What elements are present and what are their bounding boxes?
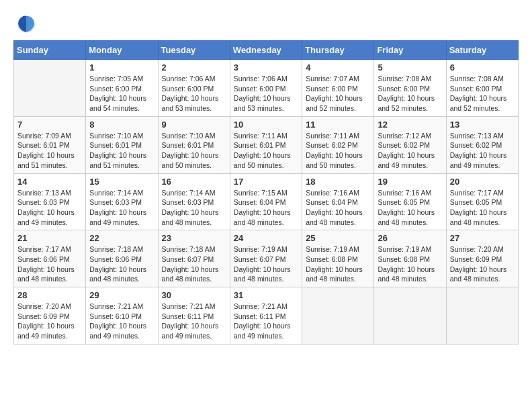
- day-info: Sunrise: 7:13 AMSunset: 6:03 PMDaylight:…: [17, 188, 82, 228]
- day-number: 9: [162, 120, 226, 130]
- calendar-cell: 26Sunrise: 7:19 AMSunset: 6:08 PMDayligh…: [374, 230, 446, 287]
- day-number: 13: [450, 120, 515, 130]
- day-info: Sunrise: 7:05 AMSunset: 6:00 PMDaylight:…: [89, 74, 154, 113]
- day-number: 28: [17, 290, 82, 300]
- day-number: 4: [306, 62, 370, 73]
- weekday-header: Tuesday: [158, 41, 230, 60]
- day-info: Sunrise: 7:20 AMSunset: 6:09 PMDaylight:…: [450, 244, 515, 284]
- calendar-cell: 17Sunrise: 7:15 AMSunset: 6:04 PMDayligh…: [230, 173, 302, 230]
- day-number: 3: [234, 62, 298, 73]
- day-number: 15: [89, 177, 154, 187]
- calendar-cell: [14, 60, 86, 117]
- calendar-cell: 15Sunrise: 7:14 AMSunset: 6:03 PMDayligh…: [86, 173, 158, 230]
- day-number: 26: [378, 233, 442, 243]
- calendar-cell: 7Sunrise: 7:09 AMSunset: 6:01 PMDaylight…: [14, 116, 86, 173]
- day-info: Sunrise: 7:13 AMSunset: 6:02 PMDaylight:…: [450, 131, 515, 171]
- day-number: 7: [17, 120, 82, 130]
- day-number: 23: [162, 233, 226, 243]
- calendar-cell: 5Sunrise: 7:08 AMSunset: 6:00 PMDaylight…: [374, 60, 446, 117]
- day-info: Sunrise: 7:10 AMSunset: 6:01 PMDaylight:…: [162, 131, 226, 171]
- calendar-cell: 23Sunrise: 7:18 AMSunset: 6:07 PMDayligh…: [158, 230, 230, 287]
- day-number: 6: [450, 62, 515, 73]
- calendar-cell: 20Sunrise: 7:17 AMSunset: 6:05 PMDayligh…: [446, 173, 518, 230]
- day-number: 29: [89, 290, 154, 300]
- day-info: Sunrise: 7:21 AMSunset: 6:11 PMDaylight:…: [162, 302, 226, 341]
- weekday-header: Sunday: [14, 41, 86, 60]
- calendar-table: SundayMondayTuesdayWednesdayThursdayFrid…: [13, 40, 519, 345]
- day-info: Sunrise: 7:08 AMSunset: 6:00 PMDaylight:…: [378, 74, 442, 113]
- day-info: Sunrise: 7:19 AMSunset: 6:07 PMDaylight:…: [234, 244, 298, 284]
- day-info: Sunrise: 7:21 AMSunset: 6:10 PMDaylight:…: [89, 302, 154, 341]
- day-info: Sunrise: 7:10 AMSunset: 6:01 PMDaylight:…: [89, 131, 154, 171]
- day-number: 2: [162, 62, 226, 73]
- day-number: 21: [17, 233, 82, 243]
- calendar-cell: 24Sunrise: 7:19 AMSunset: 6:07 PMDayligh…: [230, 230, 302, 287]
- calendar-cell: 31Sunrise: 7:21 AMSunset: 6:11 PMDayligh…: [230, 287, 302, 345]
- calendar-cell: 16Sunrise: 7:14 AMSunset: 6:03 PMDayligh…: [158, 173, 230, 230]
- weekday-header: Saturday: [446, 41, 518, 60]
- calendar-cell: 12Sunrise: 7:12 AMSunset: 6:02 PMDayligh…: [374, 116, 446, 173]
- day-info: Sunrise: 7:09 AMSunset: 6:01 PMDaylight:…: [17, 131, 82, 171]
- calendar-cell: 30Sunrise: 7:21 AMSunset: 6:11 PMDayligh…: [158, 287, 230, 345]
- day-info: Sunrise: 7:06 AMSunset: 6:00 PMDaylight:…: [234, 74, 298, 113]
- day-info: Sunrise: 7:17 AMSunset: 6:06 PMDaylight:…: [17, 244, 82, 284]
- day-number: 31: [234, 290, 298, 300]
- calendar-cell: 25Sunrise: 7:19 AMSunset: 6:08 PMDayligh…: [302, 230, 374, 287]
- day-info: Sunrise: 7:21 AMSunset: 6:11 PMDaylight:…: [234, 302, 298, 341]
- calendar-cell: 29Sunrise: 7:21 AMSunset: 6:10 PMDayligh…: [86, 287, 158, 345]
- day-number: 16: [162, 177, 226, 187]
- weekday-header: Friday: [374, 41, 446, 60]
- calendar-cell: 13Sunrise: 7:13 AMSunset: 6:02 PMDayligh…: [446, 116, 518, 173]
- day-info: Sunrise: 7:07 AMSunset: 6:00 PMDaylight:…: [306, 74, 370, 113]
- calendar-cell: 8Sunrise: 7:10 AMSunset: 6:01 PMDaylight…: [86, 116, 158, 173]
- logo: [13, 13, 38, 34]
- calendar-cell: 3Sunrise: 7:06 AMSunset: 6:00 PMDaylight…: [230, 60, 302, 117]
- day-number: 12: [378, 120, 442, 130]
- day-info: Sunrise: 7:18 AMSunset: 6:06 PMDaylight:…: [89, 244, 154, 284]
- day-info: Sunrise: 7:14 AMSunset: 6:03 PMDaylight:…: [162, 188, 226, 228]
- calendar-cell: 19Sunrise: 7:16 AMSunset: 6:05 PMDayligh…: [374, 173, 446, 230]
- day-number: 30: [162, 290, 226, 300]
- day-number: 17: [234, 177, 298, 187]
- weekday-header: Monday: [86, 41, 158, 60]
- day-number: 1: [89, 62, 154, 73]
- weekday-header: Wednesday: [230, 41, 302, 60]
- day-number: 24: [234, 233, 298, 243]
- calendar-cell: [302, 287, 374, 345]
- day-number: 25: [306, 233, 370, 243]
- calendar-cell: 21Sunrise: 7:17 AMSunset: 6:06 PMDayligh…: [14, 230, 86, 287]
- calendar-cell: 28Sunrise: 7:20 AMSunset: 6:09 PMDayligh…: [14, 287, 86, 345]
- page-header: [13, 13, 519, 34]
- day-number: 22: [89, 233, 154, 243]
- calendar-cell: 10Sunrise: 7:11 AMSunset: 6:01 PMDayligh…: [230, 116, 302, 173]
- calendar-cell: 14Sunrise: 7:13 AMSunset: 6:03 PMDayligh…: [14, 173, 86, 230]
- calendar-cell: [374, 287, 446, 345]
- day-number: 11: [306, 120, 370, 130]
- calendar-cell: 9Sunrise: 7:10 AMSunset: 6:01 PMDaylight…: [158, 116, 230, 173]
- calendar-cell: 11Sunrise: 7:11 AMSunset: 6:02 PMDayligh…: [302, 116, 374, 173]
- calendar-cell: [446, 287, 518, 345]
- day-info: Sunrise: 7:19 AMSunset: 6:08 PMDaylight:…: [378, 244, 442, 284]
- day-info: Sunrise: 7:18 AMSunset: 6:07 PMDaylight:…: [162, 244, 226, 284]
- day-info: Sunrise: 7:08 AMSunset: 6:00 PMDaylight:…: [450, 74, 515, 113]
- day-number: 18: [306, 177, 370, 187]
- day-number: 10: [234, 120, 298, 130]
- day-info: Sunrise: 7:11 AMSunset: 6:02 PMDaylight:…: [306, 131, 370, 171]
- weekday-header: Thursday: [302, 41, 374, 60]
- day-number: 5: [378, 62, 442, 73]
- day-number: 27: [450, 233, 515, 243]
- day-info: Sunrise: 7:11 AMSunset: 6:01 PMDaylight:…: [234, 131, 298, 171]
- calendar-cell: 2Sunrise: 7:06 AMSunset: 6:00 PMDaylight…: [158, 60, 230, 117]
- day-number: 19: [378, 177, 442, 187]
- calendar-cell: 6Sunrise: 7:08 AMSunset: 6:00 PMDaylight…: [446, 60, 518, 117]
- calendar-cell: 4Sunrise: 7:07 AMSunset: 6:00 PMDaylight…: [302, 60, 374, 117]
- calendar-cell: 1Sunrise: 7:05 AMSunset: 6:00 PMDaylight…: [86, 60, 158, 117]
- calendar-cell: 27Sunrise: 7:20 AMSunset: 6:09 PMDayligh…: [446, 230, 518, 287]
- day-info: Sunrise: 7:17 AMSunset: 6:05 PMDaylight:…: [450, 188, 515, 228]
- logo-icon: [16, 13, 36, 34]
- day-info: Sunrise: 7:12 AMSunset: 6:02 PMDaylight:…: [378, 131, 442, 171]
- day-info: Sunrise: 7:14 AMSunset: 6:03 PMDaylight:…: [89, 188, 154, 228]
- day-info: Sunrise: 7:19 AMSunset: 6:08 PMDaylight:…: [306, 244, 370, 284]
- day-info: Sunrise: 7:16 AMSunset: 6:04 PMDaylight:…: [306, 188, 370, 228]
- calendar-cell: 18Sunrise: 7:16 AMSunset: 6:04 PMDayligh…: [302, 173, 374, 230]
